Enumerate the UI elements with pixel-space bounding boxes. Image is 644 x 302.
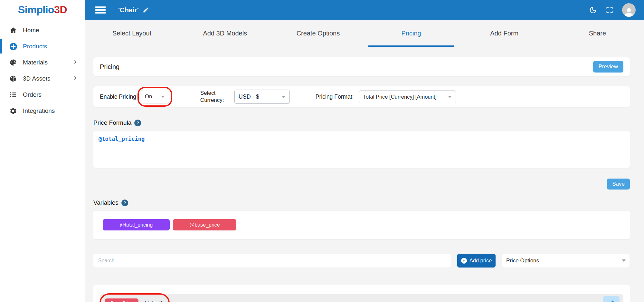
chevron-right-icon	[73, 59, 78, 66]
top-bar-actions	[589, 3, 636, 17]
chevron-down-icon	[282, 96, 286, 98]
tab-label: Add Form	[490, 30, 518, 37]
price-rows-card: Base Price (default)	[93, 285, 630, 302]
home-icon	[9, 26, 17, 34]
preview-button[interactable]: Preview	[593, 61, 623, 73]
price-options-select[interactable]: Price Options	[502, 254, 630, 268]
sidebar-item-home[interactable]: Home	[0, 22, 85, 38]
tab-select-layout[interactable]: Select Layout	[85, 20, 178, 47]
sidebar-item-label: Products	[23, 43, 47, 50]
edit-pencil-icon	[608, 300, 614, 302]
gear-icon	[9, 107, 17, 115]
avatar[interactable]	[622, 3, 636, 17]
search-input[interactable]	[93, 254, 451, 268]
brand-logo-text: Simplio3D	[18, 4, 67, 16]
select-currency-label: Select Currency:	[200, 90, 227, 104]
currency-select[interactable]: USD - $	[234, 90, 290, 104]
pricing-settings-row: Enable Pricing On Select Currency: USD -…	[93, 86, 630, 107]
pricing-content: Pricing Preview Enable Pricing On Select…	[85, 47, 644, 302]
chevron-down-icon	[622, 259, 626, 262]
chevron-down-icon	[161, 96, 165, 98]
price-formula-section-label: Price Formula ?	[93, 119, 630, 126]
top-bar: 'Chair'	[85, 0, 644, 20]
price-row-base: Base Price (default)	[100, 294, 623, 302]
tab-add-form[interactable]: Add Form	[458, 20, 551, 47]
variable-pill-total-pricing[interactable]: @total_pricing	[103, 219, 170, 230]
price-formula-label: Price Formula	[93, 119, 131, 126]
price-formula-editor[interactable]: @total_pricing	[93, 131, 630, 168]
plus-circle-icon	[9, 43, 17, 50]
enable-pricing-label: Enable Pricing	[100, 93, 136, 100]
tab-create-options[interactable]: Create Options	[271, 20, 365, 47]
hamburger-icon[interactable]	[95, 5, 106, 15]
variables-section-label: Variables ?	[93, 199, 630, 206]
sidebar-nav: Home Products Materials	[0, 20, 85, 119]
main-area: 'Chair' Select Layout Add 3D Models Crea…	[85, 0, 644, 302]
plus-circle-icon: +	[461, 258, 467, 264]
sidebar-item-label: Integrations	[23, 107, 55, 114]
brand-logo[interactable]: Simplio3D	[0, 0, 85, 20]
pricing-format-select[interactable]: Total Price [Currency] [Amount]	[359, 90, 456, 103]
price-options-value: Price Options	[506, 258, 539, 264]
tab-share[interactable]: Share	[551, 20, 644, 47]
cube-icon	[9, 75, 17, 83]
enable-pricing-select-wrap: On	[141, 90, 169, 103]
list-icon	[9, 91, 17, 99]
sidebar-item-3d-assets[interactable]: 3D Assets	[0, 71, 85, 87]
add-price-button[interactable]: + Add price	[457, 254, 496, 268]
tab-add-3d-models[interactable]: Add 3D Models	[178, 20, 271, 47]
enable-pricing-select[interactable]: On	[141, 90, 169, 103]
variable-pill-base-price[interactable]: @base_price	[173, 219, 236, 230]
help-icon[interactable]: ?	[121, 200, 128, 206]
tab-label: Pricing	[402, 30, 421, 37]
sidebar-item-label: Materials	[23, 59, 48, 66]
tab-label: Add 3D Models	[203, 30, 247, 37]
pricing-format-value: Total Price [Currency] [Amount]	[363, 94, 437, 100]
moon-icon[interactable]	[589, 6, 597, 14]
base-price-pill[interactable]: Base Price	[105, 298, 138, 302]
chevron-right-icon	[73, 75, 78, 82]
enable-pricing-value: On	[145, 93, 152, 100]
sidebar-item-orders[interactable]: Orders	[0, 87, 85, 103]
tab-label: Select Layout	[112, 30, 151, 37]
chevron-down-icon	[448, 96, 452, 98]
panel-title: Pricing	[100, 63, 119, 71]
sidebar-item-materials[interactable]: Materials	[0, 54, 85, 71]
price-toolbar: + Add price Price Options	[93, 254, 630, 268]
add-price-label: Add price	[469, 258, 492, 264]
palette-icon	[9, 59, 17, 66]
edit-price-button[interactable]	[603, 296, 620, 302]
save-row: Save	[93, 179, 630, 190]
pricing-format-label: Pricing Format:	[316, 93, 354, 100]
default-badge: (default)	[144, 300, 163, 302]
fullscreen-icon[interactable]	[606, 6, 613, 14]
help-icon[interactable]: ?	[134, 120, 141, 126]
app-window: Simplio3D Home Products Materials	[0, 0, 644, 302]
sidebar-item-label: Orders	[23, 91, 42, 98]
brand-name-blue: Simplio	[18, 4, 54, 15]
sidebar-item-label: 3D Assets	[23, 75, 51, 82]
variables-label: Variables	[93, 199, 118, 206]
sidebar: Simplio3D Home Products Materials	[0, 0, 85, 302]
sidebar-item-products[interactable]: Products	[0, 38, 85, 54]
tab-pricing[interactable]: Pricing	[365, 20, 458, 47]
variables-card: @total_pricing @base_price	[93, 211, 630, 239]
brand-name-red: 3D	[54, 4, 67, 15]
sidebar-item-integrations[interactable]: Integrations	[0, 103, 85, 119]
currency-value: USD - $	[239, 93, 259, 100]
save-button[interactable]: Save	[607, 179, 630, 190]
price-row-name-group: Base Price (default)	[105, 298, 163, 302]
pricing-panel-header: Pricing Preview	[93, 57, 630, 76]
edit-title-pencil-icon[interactable]	[143, 7, 149, 13]
tab-label: Create Options	[297, 30, 340, 37]
sidebar-item-label: Home	[23, 27, 39, 34]
wizard-tabs: Select Layout Add 3D Models Create Optio…	[85, 20, 644, 47]
tab-label: Share	[589, 30, 606, 37]
product-title: 'Chair'	[118, 6, 139, 14]
formula-text: @total_pricing	[99, 136, 145, 142]
